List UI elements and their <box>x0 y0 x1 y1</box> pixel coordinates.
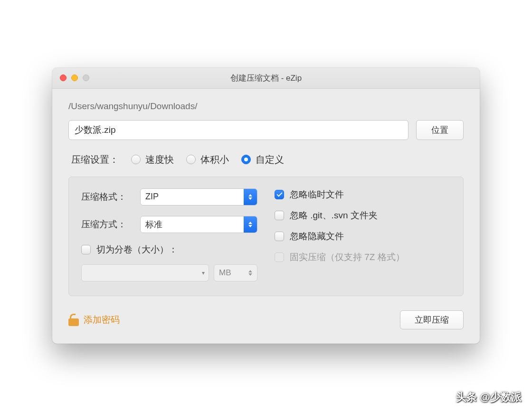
close-icon[interactable] <box>60 75 66 81</box>
format-row: 压缩格式： ZIP <box>81 188 257 206</box>
ignore-temp-checkbox[interactable]: 忽略临时文件 <box>275 188 451 201</box>
filename-value: 少数派.zip <box>75 124 116 136</box>
dialog-footer: 添加密码 立即压缩 <box>68 310 464 329</box>
split-size-combo[interactable]: ▾ <box>81 264 209 281</box>
solid-checkbox: 固实压缩（仅支持 7Z 格式） <box>275 251 451 263</box>
checkbox-icon <box>81 245 91 254</box>
split-checkbox-row[interactable]: 切为分卷（大小）： <box>81 243 257 256</box>
radio-custom[interactable]: 自定义 <box>241 153 284 166</box>
unit-value: MB <box>219 268 231 278</box>
lock-icon <box>68 314 79 326</box>
watermark-text: 头条 @少数派 <box>456 390 522 404</box>
radio-icon <box>241 155 251 164</box>
minimize-icon[interactable] <box>71 75 78 81</box>
filename-row: 少数派.zip 位置 <box>68 120 464 140</box>
stepper-arrows-icon <box>244 216 257 233</box>
traffic-lights <box>60 75 89 81</box>
radio-icon <box>186 155 196 164</box>
save-path: /Users/wangshunyu/Downloads/ <box>68 101 464 112</box>
dialog-window: 创建压缩文档 - eZip /Users/wangshunyu/Download… <box>52 68 480 344</box>
zoom-icon <box>83 75 89 81</box>
right-column: 忽略临时文件 忽略 .git、.svn 文件夹 忽略隐藏文件 固实压缩（仅支持 … <box>275 188 451 281</box>
split-unit-stepper[interactable]: MB <box>214 264 257 281</box>
method-select[interactable]: 标准 <box>140 216 257 233</box>
radio-fast[interactable]: 速度快 <box>131 153 174 166</box>
checkbox-icon <box>275 190 284 199</box>
ignore-git-checkbox[interactable]: 忽略 .git、.svn 文件夹 <box>275 209 451 222</box>
filename-input[interactable]: 少数派.zip <box>68 120 408 140</box>
format-value: ZIP <box>141 189 244 205</box>
titlebar: 创建压缩文档 - eZip <box>52 68 480 89</box>
window-title: 创建压缩文档 - eZip <box>52 73 480 84</box>
dialog-content: /Users/wangshunyu/Downloads/ 少数派.zip 位置 … <box>52 89 480 344</box>
stepper-arrows-icon <box>248 270 252 276</box>
radio-small[interactable]: 体积小 <box>186 153 229 166</box>
split-label: 切为分卷（大小）： <box>96 243 178 256</box>
chevron-down-icon: ▾ <box>202 270 205 276</box>
settings-label: 压缩设置： <box>71 153 119 166</box>
checkbox-icon <box>275 211 284 220</box>
compress-now-button[interactable]: 立即压缩 <box>400 310 464 329</box>
add-password-link[interactable]: 添加密码 <box>68 314 120 326</box>
compression-settings-row: 压缩设置： 速度快 体积小 自定义 <box>68 153 464 166</box>
split-row: 切为分卷（大小）： ▾ MB <box>81 243 257 281</box>
stepper-arrows-icon <box>244 189 257 205</box>
method-value: 标准 <box>141 216 244 233</box>
location-button[interactable]: 位置 <box>416 120 464 140</box>
split-inputs: ▾ MB <box>81 264 257 281</box>
checkbox-icon <box>275 252 284 262</box>
format-select[interactable]: ZIP <box>140 188 257 206</box>
checkbox-icon <box>275 232 284 241</box>
ignore-hidden-checkbox[interactable]: 忽略隐藏文件 <box>275 230 451 243</box>
left-column: 压缩格式： ZIP 压缩方式： 标准 <box>81 188 257 281</box>
format-label: 压缩格式： <box>81 191 133 203</box>
radio-icon <box>131 155 141 164</box>
method-label: 压缩方式： <box>81 218 133 231</box>
method-row: 压缩方式： 标准 <box>81 216 257 233</box>
custom-settings-panel: 压缩格式： ZIP 压缩方式： 标准 <box>68 177 464 296</box>
